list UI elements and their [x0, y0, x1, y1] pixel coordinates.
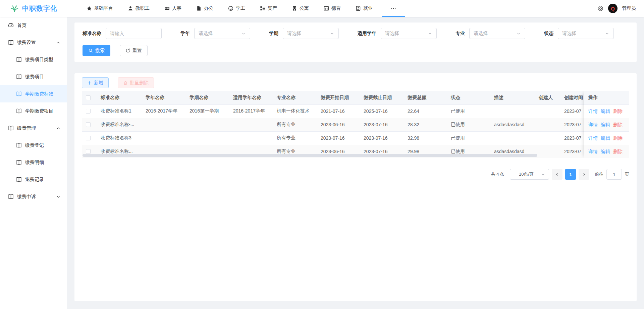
action-link-detail[interactable]: 详情: [588, 122, 598, 128]
avatar[interactable]: Q: [608, 4, 618, 13]
cell-creator: [535, 104, 560, 118]
page-size-select[interactable]: 10条/页: [510, 169, 549, 180]
horizontal-scrollbar[interactable]: [83, 154, 537, 157]
asset-list-icon: [260, 6, 265, 11]
action-link-detail[interactable]: 详情: [588, 135, 598, 141]
building-icon: [292, 6, 297, 11]
sidebar-subitem-3-1[interactable]: 缴费登记: [0, 137, 67, 154]
cell-total-amount: 32.98: [404, 131, 447, 145]
prev-page-button[interactable]: [552, 169, 562, 180]
action-link-edit[interactable]: 编辑: [601, 122, 610, 128]
header-cell-year-name: 学年名称: [142, 91, 185, 104]
cell-status: 已使用: [447, 118, 490, 131]
header-cell-pay-start-date: 缴费开始日期: [317, 91, 360, 104]
sidebar-item-label: 缴费设置: [17, 40, 36, 46]
header-cell-pay-end-date: 缴费截止日期: [360, 91, 404, 104]
row-checkbox[interactable]: [86, 149, 91, 154]
cell-term-name: [185, 118, 229, 131]
sidebar-item-4[interactable]: 缴费申诉: [0, 188, 67, 205]
select-all-checkbox[interactable]: [86, 95, 91, 100]
action-link-detail[interactable]: 详情: [588, 108, 598, 115]
idcard-icon: [164, 6, 170, 11]
header-cell-description: 描述: [490, 91, 535, 104]
cell-standard-name: 收费标准名称3: [97, 131, 142, 145]
search-icon: [88, 48, 93, 53]
action-link-delete[interactable]: 删除: [613, 108, 623, 115]
table-toolbar: 新增 批量删除: [82, 77, 629, 88]
cell-creator: [535, 131, 560, 145]
reset-button[interactable]: 重置: [120, 45, 148, 56]
header-cell-major-name: 专业名称: [273, 91, 317, 104]
search-button[interactable]: 搜索: [83, 45, 110, 56]
filter-select[interactable]: 请选择: [194, 28, 250, 39]
nav-item-label: 基础平台: [94, 5, 113, 11]
sidebar-item-1[interactable]: 首页: [0, 17, 67, 34]
filter-field-2: 学年请选择: [180, 28, 250, 39]
sidebar-subitem-2-4[interactable]: 学期缴费项目: [0, 102, 67, 120]
filter-input[interactable]: [110, 28, 157, 39]
page-number-button[interactable]: 1: [565, 169, 576, 180]
chevron-down-icon: [241, 31, 246, 36]
table-row-3: 收费标准名称3所有专业2023-07-162023-07-1632.98已使用2…: [82, 131, 629, 145]
header-cell-term-name: 学期名称: [185, 91, 229, 104]
document-icon: [196, 6, 202, 11]
nav-item-more[interactable]: [380, 0, 407, 17]
row-checkbox[interactable]: [86, 136, 91, 140]
current-user-name[interactable]: 管理员: [622, 5, 636, 11]
cell-standard-name: 收费标准名称1: [97, 104, 142, 118]
cell-creator: [535, 118, 560, 131]
star-icon: [87, 6, 92, 11]
action-link-delete[interactable]: 删除: [613, 135, 623, 141]
sidebar-subitem-3-2[interactable]: 缴费明细: [0, 154, 67, 171]
chevron-down-icon: [428, 31, 432, 36]
filter-select[interactable]: 请选择: [558, 28, 614, 39]
nav-item-4[interactable]: 办公: [189, 0, 221, 17]
sidebar-subitem-3-3[interactable]: 退费记录: [0, 171, 67, 188]
sidebar-subitem-2-3[interactable]: 学期缴费标准: [0, 85, 67, 102]
book-icon: [16, 142, 22, 148]
add-button[interactable]: 新增: [82, 77, 109, 88]
sidebar-subitem-2-2[interactable]: 缴费项目: [0, 68, 67, 85]
nav-item-label: 德育: [331, 5, 341, 11]
filter-field-1: 标准名称: [83, 28, 162, 39]
nav-item-7[interactable]: 公寓: [284, 0, 316, 17]
top-navigation: 基础平台教职工人事办公学工资产公寓德育就业: [79, 0, 407, 17]
chevron-down-icon: [605, 31, 609, 36]
nav-item-6[interactable]: 资产: [253, 0, 284, 17]
batch-delete-button[interactable]: 批量删除: [118, 77, 154, 88]
row-checkbox[interactable]: [86, 122, 91, 127]
action-link-edit[interactable]: 编辑: [601, 108, 610, 115]
action-link-detail[interactable]: 详情: [588, 149, 598, 155]
data-table: 标准名称学年名称学期名称适用学年名称专业名称缴费开始日期缴费截止日期缴费总额状态…: [82, 91, 629, 158]
plus-icon: [87, 81, 92, 85]
book-icon: [8, 125, 14, 131]
row-checkbox[interactable]: [86, 109, 91, 114]
nav-item-1[interactable]: 基础平台: [79, 0, 120, 17]
sidebar-item-label: 首页: [17, 23, 26, 29]
filter-select[interactable]: 请选择: [381, 28, 437, 39]
action-link-delete[interactable]: 删除: [613, 149, 623, 155]
cell-pay-start-date: 2023-06-16: [317, 118, 360, 131]
filter-select[interactable]: 请选择: [283, 28, 339, 39]
cell-pay-end-date: 2025-07-16: [360, 104, 404, 118]
cell-major-name: 机电一体化技术: [273, 104, 317, 118]
sidebar-item-2[interactable]: 缴费设置: [0, 34, 67, 51]
goto-page-input[interactable]: [606, 169, 622, 180]
filter-select[interactable]: 请选择: [469, 28, 525, 39]
cell-description: [490, 104, 535, 118]
action-link-delete[interactable]: 删除: [613, 122, 623, 128]
nav-item-9[interactable]: 就业: [348, 0, 380, 17]
nav-item-2[interactable]: 教职工: [120, 0, 157, 17]
badge-icon: [356, 6, 361, 11]
sidebar-subitem-2-1[interactable]: 缴费项目类型: [0, 51, 67, 68]
book-icon: [16, 91, 22, 97]
next-page-button[interactable]: [579, 169, 589, 180]
gear-icon[interactable]: [597, 5, 604, 12]
action-link-edit[interactable]: 编辑: [601, 135, 610, 141]
nav-item-8[interactable]: 德育: [316, 0, 348, 17]
nav-item-5[interactable]: 学工: [221, 0, 253, 17]
action-link-edit[interactable]: 编辑: [601, 149, 610, 155]
nav-item-3[interactable]: 人事: [157, 0, 189, 17]
cell-pay-end-date: 2023-07-16: [360, 118, 404, 131]
sidebar-item-3[interactable]: 缴费管理: [0, 120, 67, 137]
